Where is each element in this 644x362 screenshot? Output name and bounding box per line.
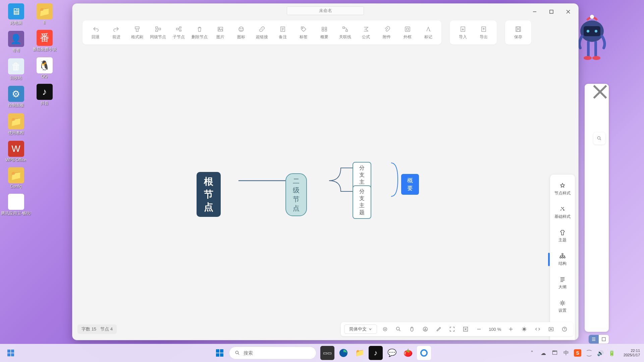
desktop-icon-8[interactable]: 📁 8 <box>32 3 57 25</box>
sibling-node-button[interactable]: 同级节点 <box>148 23 168 42</box>
taskbar: ▭▭ 📁 ♪ 💬 🍅 ˄ ☁ 🗔 中 S ⁐ 🔊 🔋 22:11 2025/1/… <box>0 344 644 362</box>
taskbar-app2-icon[interactable] <box>417 346 431 360</box>
tray-cloud-icon[interactable]: ☁ <box>540 349 547 357</box>
document-title-input[interactable] <box>287 6 364 15</box>
present-icon[interactable] <box>546 324 556 335</box>
svg-rect-36 <box>517 27 520 28</box>
fit-icon[interactable] <box>447 324 458 335</box>
side-theme-button[interactable]: 主题 <box>550 224 575 248</box>
child-node-button[interactable]: 子节点 <box>169 23 189 42</box>
relation-button[interactable]: 关联线 <box>335 23 355 42</box>
image-button[interactable]: 图片 <box>211 23 230 42</box>
undo-button[interactable]: 回退 <box>86 23 105 42</box>
tray-battery-icon[interactable]: 🗔 <box>551 349 558 357</box>
taskbar-wechat-icon[interactable]: 💬 <box>385 346 399 360</box>
import-button[interactable]: 导入 <box>453 23 473 42</box>
export-icon <box>480 25 487 33</box>
boundary-button[interactable]: 外框 <box>398 23 417 42</box>
help-icon[interactable] <box>559 324 570 335</box>
tray-ime-icon[interactable]: 中 <box>562 349 570 357</box>
summary-button[interactable]: 概要 <box>315 23 334 42</box>
tray-power-icon[interactable]: 🔋 <box>608 349 615 357</box>
nodecount-label: 节点 <box>100 326 109 331</box>
attachment-button[interactable]: 附件 <box>377 23 396 42</box>
mindmap-root-node[interactable]: 根节点 <box>197 172 221 217</box>
taskbar-app1-icon[interactable]: 🍅 <box>401 346 415 360</box>
svg-rect-58 <box>220 349 223 353</box>
desktop-icon-回收站[interactable]: 🗑 回收站 <box>3 58 29 81</box>
tray-chevron-icon[interactable]: ˄ <box>528 349 536 357</box>
language-selector[interactable]: 简体中文 <box>344 324 377 334</box>
fullscreen-icon[interactable] <box>460 324 471 335</box>
zoom-out-button[interactable] <box>474 324 484 335</box>
desktop-icon-使用教程[interactable]: 📁 使用教程 <box>3 113 29 136</box>
locate-icon[interactable] <box>380 324 390 335</box>
start-button[interactable] <box>213 346 226 360</box>
taskbar-explorer-icon[interactable]: 📁 <box>353 346 367 360</box>
view-grid-button[interactable] <box>599 335 609 344</box>
taskbar-edge-icon[interactable] <box>336 346 351 360</box>
zoom-in-button[interactable] <box>505 324 516 335</box>
side-base-style-button[interactable]: 基础样式 <box>550 201 575 224</box>
search-icon[interactable] <box>393 324 404 335</box>
compass-icon[interactable] <box>420 324 431 335</box>
desktop-icon-哥哥[interactable]: 👤 哥哥 <box>3 31 29 53</box>
desktop-icon-此电脑[interactable]: 🖥 此电脑 <box>3 3 29 26</box>
redo-button[interactable]: 前进 <box>107 23 126 42</box>
mindmap-summary-node[interactable]: 概要 <box>401 174 419 195</box>
desktop-icon-控制面板[interactable]: ⚙ 控制面板 <box>3 86 29 108</box>
desktop-icon-WPS Office[interactable]: W WPS Office <box>3 141 29 162</box>
save-button[interactable]: 保存 <box>508 23 528 42</box>
tray-volume-icon[interactable]: 🔊 <box>597 349 604 357</box>
side-structure-button[interactable]: 结构 <box>550 248 575 271</box>
desktop-icon-抖音[interactable]: ♪ 抖音 <box>32 84 57 106</box>
widgets-button[interactable] <box>4 346 17 360</box>
view-list-button[interactable] <box>589 335 599 344</box>
outline-icon <box>559 276 566 283</box>
export-button[interactable]: 导出 <box>474 23 493 42</box>
mouse-icon[interactable] <box>407 324 417 335</box>
secondary-close-button[interactable] <box>591 86 609 97</box>
maximize-button[interactable] <box>545 7 558 16</box>
tray-sogou-icon[interactable]: S <box>574 349 581 357</box>
desktop-icon-腾讯应用宝-畅玩手机软...[interactable]: ◐ 腾讯应用宝-畅玩手机软... <box>3 194 29 216</box>
stats: 字数 15 节点 4 <box>77 324 117 334</box>
emoji-icon <box>237 25 245 33</box>
undo-icon <box>92 25 99 33</box>
format-painter-button[interactable]: 格式刷 <box>127 23 147 42</box>
hyperlink-icon <box>258 25 266 33</box>
desktop-icon-Config[interactable]: 📁 Config <box>3 167 29 189</box>
code-icon[interactable] <box>532 324 543 335</box>
taskbar-search-input[interactable] <box>244 350 311 356</box>
note-button[interactable]: 备注 <box>273 23 292 42</box>
tag-button[interactable]: 标签 <box>294 23 313 42</box>
svg-point-40 <box>562 257 563 258</box>
close-button[interactable] <box>561 7 575 16</box>
taskbar-clock[interactable]: 22:11 2025/1/17 <box>624 349 640 357</box>
svg-rect-32 <box>407 28 409 30</box>
task-view-icon[interactable]: ▭▭ <box>320 346 334 360</box>
formula-button[interactable]: 公式 <box>356 23 376 42</box>
side-settings-button[interactable]: 设置 <box>550 295 575 318</box>
delete-node-button[interactable]: 删除节点 <box>190 23 209 42</box>
tray-wifi-icon[interactable]: ⁐ <box>585 349 593 357</box>
marker-button[interactable]: 标记 <box>419 23 438 42</box>
theme-toggle-icon[interactable] <box>519 324 530 335</box>
desktop-icon-番茄免费小说[interactable]: 番 番茄免费小说 <box>32 30 57 52</box>
svg-rect-55 <box>7 353 10 356</box>
secondary-search-button[interactable] <box>593 132 605 144</box>
side-node-style-button[interactable]: 节点样式 <box>550 177 575 201</box>
svg-rect-7 <box>587 41 590 56</box>
side-outline-button[interactable]: 大纲 <box>550 271 575 295</box>
taskbar-search[interactable] <box>229 347 316 359</box>
edit-icon[interactable] <box>433 324 444 335</box>
emoji-button[interactable]: 图标 <box>231 23 251 42</box>
canvas[interactable]: 根节点 二级节点 分支主题 分支主题 概要 节点样式 基础样式 主题 结构 大纲… <box>72 47 578 323</box>
svg-point-5 <box>595 30 597 33</box>
hyperlink-button[interactable]: 超链接 <box>252 23 272 42</box>
minimize-button[interactable] <box>528 7 541 16</box>
mindmap-level2-node[interactable]: 二级节点 <box>285 173 307 216</box>
desktop-icon-QQ[interactable]: 🐧 QQ <box>32 57 57 79</box>
taskbar-tiktok-icon[interactable]: ♪ <box>369 346 383 360</box>
mindmap-branch-node[interactable]: 分支主题 <box>353 185 371 219</box>
